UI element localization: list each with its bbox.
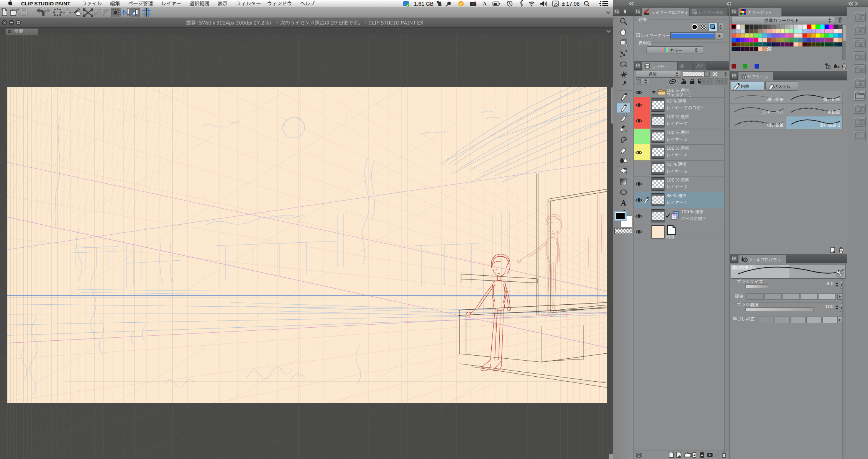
svg-text:A: A [483, 1, 487, 7]
svg-text:A: A [621, 199, 627, 207]
